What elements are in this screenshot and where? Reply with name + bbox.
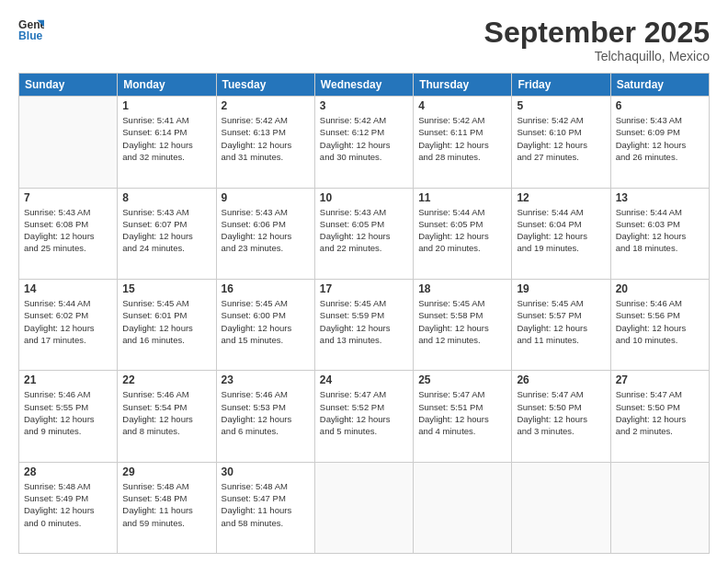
day-info: Sunrise: 5:43 AM Sunset: 6:09 PM Dayligh…	[616, 114, 704, 163]
calendar-week-5: 28Sunrise: 5:48 AM Sunset: 5:49 PM Dayli…	[19, 462, 710, 553]
day-number: 12	[517, 191, 605, 204]
table-row: 4Sunrise: 5:42 AM Sunset: 6:11 PM Daylig…	[414, 97, 512, 188]
title-block: September 2025 Telchaquillo, Mexico	[484, 17, 710, 63]
table-row: 9Sunrise: 5:43 AM Sunset: 6:06 PM Daylig…	[216, 188, 314, 279]
day-number: 3	[320, 99, 408, 112]
table-row: 27Sunrise: 5:47 AM Sunset: 5:50 PM Dayli…	[610, 371, 709, 462]
calendar-week-2: 7Sunrise: 5:43 AM Sunset: 6:08 PM Daylig…	[19, 188, 710, 279]
day-number: 18	[418, 282, 506, 295]
day-number: 6	[616, 99, 704, 112]
table-row: 30Sunrise: 5:48 AM Sunset: 5:47 PM Dayli…	[216, 462, 314, 553]
day-number: 26	[517, 373, 605, 386]
day-number: 28	[24, 465, 112, 478]
day-number: 13	[616, 191, 704, 204]
table-row: 24Sunrise: 5:47 AM Sunset: 5:52 PM Dayli…	[314, 371, 413, 462]
table-row: 7Sunrise: 5:43 AM Sunset: 6:08 PM Daylig…	[19, 188, 118, 279]
day-info: Sunrise: 5:47 AM Sunset: 5:50 PM Dayligh…	[616, 388, 704, 437]
table-row: 16Sunrise: 5:45 AM Sunset: 6:00 PM Dayli…	[216, 279, 314, 370]
day-number: 10	[320, 191, 408, 204]
day-number: 9	[222, 191, 310, 204]
table-row	[512, 462, 610, 553]
table-row: 12Sunrise: 5:44 AM Sunset: 6:04 PM Dayli…	[512, 188, 610, 279]
day-number: 29	[122, 465, 210, 478]
day-number: 1	[122, 99, 210, 112]
table-row	[314, 462, 413, 553]
day-number: 20	[616, 282, 704, 295]
calendar-week-3: 14Sunrise: 5:44 AM Sunset: 6:02 PM Dayli…	[19, 279, 710, 370]
table-row: 17Sunrise: 5:45 AM Sunset: 5:59 PM Dayli…	[314, 279, 413, 370]
day-info: Sunrise: 5:44 AM Sunset: 6:02 PM Dayligh…	[24, 297, 112, 346]
day-info: Sunrise: 5:44 AM Sunset: 6:03 PM Dayligh…	[616, 206, 704, 255]
header-thursday: Thursday	[414, 74, 512, 97]
day-number: 17	[320, 282, 408, 295]
table-row: 3Sunrise: 5:42 AM Sunset: 6:12 PM Daylig…	[314, 97, 413, 188]
logo: General Blue	[18, 17, 44, 42]
day-info: Sunrise: 5:48 AM Sunset: 5:48 PM Dayligh…	[122, 480, 210, 529]
day-info: Sunrise: 5:45 AM Sunset: 5:59 PM Dayligh…	[320, 297, 408, 346]
day-info: Sunrise: 5:47 AM Sunset: 5:50 PM Dayligh…	[517, 388, 605, 437]
day-number: 7	[24, 191, 112, 204]
logo-icon: General Blue	[18, 17, 44, 42]
table-row: 18Sunrise: 5:45 AM Sunset: 5:58 PM Dayli…	[414, 279, 512, 370]
month-title: September 2025	[484, 17, 710, 49]
day-info: Sunrise: 5:45 AM Sunset: 6:01 PM Dayligh…	[122, 297, 210, 346]
table-row: 8Sunrise: 5:43 AM Sunset: 6:07 PM Daylig…	[118, 188, 216, 279]
day-number: 14	[24, 282, 112, 295]
day-number: 21	[24, 373, 112, 386]
day-info: Sunrise: 5:46 AM Sunset: 5:56 PM Dayligh…	[616, 297, 704, 346]
day-info: Sunrise: 5:43 AM Sunset: 6:07 PM Dayligh…	[122, 206, 210, 255]
location: Telchaquillo, Mexico	[484, 49, 710, 63]
header-tuesday: Tuesday	[216, 74, 314, 97]
table-row	[610, 462, 709, 553]
table-row: 29Sunrise: 5:48 AM Sunset: 5:48 PM Dayli…	[118, 462, 216, 553]
day-number: 30	[222, 465, 310, 478]
day-info: Sunrise: 5:46 AM Sunset: 5:55 PM Dayligh…	[24, 388, 112, 437]
day-number: 27	[616, 373, 704, 386]
svg-text:Blue: Blue	[18, 29, 43, 42]
day-info: Sunrise: 5:42 AM Sunset: 6:12 PM Dayligh…	[320, 114, 408, 163]
day-info: Sunrise: 5:48 AM Sunset: 5:49 PM Dayligh…	[24, 480, 112, 529]
day-number: 23	[222, 373, 310, 386]
day-info: Sunrise: 5:43 AM Sunset: 6:08 PM Dayligh…	[24, 206, 112, 255]
table-row: 15Sunrise: 5:45 AM Sunset: 6:01 PM Dayli…	[118, 279, 216, 370]
table-row: 28Sunrise: 5:48 AM Sunset: 5:49 PM Dayli…	[19, 462, 118, 553]
day-info: Sunrise: 5:45 AM Sunset: 5:58 PM Dayligh…	[418, 297, 506, 346]
table-row	[19, 97, 118, 188]
day-number: 15	[122, 282, 210, 295]
day-number: 16	[222, 282, 310, 295]
day-number: 4	[418, 99, 506, 112]
table-row: 14Sunrise: 5:44 AM Sunset: 6:02 PM Dayli…	[19, 279, 118, 370]
day-info: Sunrise: 5:47 AM Sunset: 5:51 PM Dayligh…	[418, 388, 506, 437]
header-wednesday: Wednesday	[314, 74, 413, 97]
table-row: 2Sunrise: 5:42 AM Sunset: 6:13 PM Daylig…	[216, 97, 314, 188]
header-friday: Friday	[512, 74, 610, 97]
header-monday: Monday	[118, 74, 216, 97]
day-number: 5	[517, 99, 605, 112]
day-info: Sunrise: 5:48 AM Sunset: 5:47 PM Dayligh…	[222, 480, 310, 529]
table-row	[414, 462, 512, 553]
table-row: 25Sunrise: 5:47 AM Sunset: 5:51 PM Dayli…	[414, 371, 512, 462]
day-info: Sunrise: 5:42 AM Sunset: 6:10 PM Dayligh…	[517, 114, 605, 163]
day-number: 11	[418, 191, 506, 204]
day-number: 24	[320, 373, 408, 386]
calendar-table: Sunday Monday Tuesday Wednesday Thursday…	[18, 73, 710, 554]
day-info: Sunrise: 5:43 AM Sunset: 6:05 PM Dayligh…	[320, 206, 408, 255]
day-number: 19	[517, 282, 605, 295]
table-row: 22Sunrise: 5:46 AM Sunset: 5:54 PM Dayli…	[118, 371, 216, 462]
day-info: Sunrise: 5:45 AM Sunset: 6:00 PM Dayligh…	[222, 297, 310, 346]
table-row: 1Sunrise: 5:41 AM Sunset: 6:14 PM Daylig…	[118, 97, 216, 188]
table-row: 5Sunrise: 5:42 AM Sunset: 6:10 PM Daylig…	[512, 97, 610, 188]
table-row: 6Sunrise: 5:43 AM Sunset: 6:09 PM Daylig…	[610, 97, 709, 188]
calendar-week-4: 21Sunrise: 5:46 AM Sunset: 5:55 PM Dayli…	[19, 371, 710, 462]
table-row: 20Sunrise: 5:46 AM Sunset: 5:56 PM Dayli…	[610, 279, 709, 370]
day-info: Sunrise: 5:42 AM Sunset: 6:11 PM Dayligh…	[418, 114, 506, 163]
day-info: Sunrise: 5:43 AM Sunset: 6:06 PM Dayligh…	[222, 206, 310, 255]
day-info: Sunrise: 5:44 AM Sunset: 6:05 PM Dayligh…	[418, 206, 506, 255]
day-info: Sunrise: 5:44 AM Sunset: 6:04 PM Dayligh…	[517, 206, 605, 255]
table-row: 21Sunrise: 5:46 AM Sunset: 5:55 PM Dayli…	[19, 371, 118, 462]
day-number: 8	[122, 191, 210, 204]
day-info: Sunrise: 5:46 AM Sunset: 5:54 PM Dayligh…	[122, 388, 210, 437]
day-info: Sunrise: 5:41 AM Sunset: 6:14 PM Dayligh…	[122, 114, 210, 163]
page: General Blue September 2025 Telchaquillo…	[0, 0, 728, 563]
header-sunday: Sunday	[19, 74, 118, 97]
